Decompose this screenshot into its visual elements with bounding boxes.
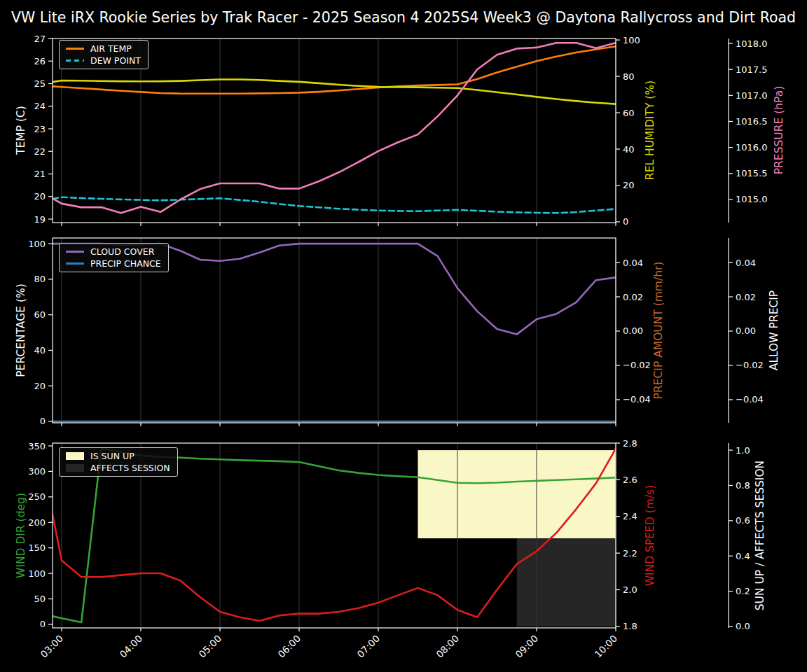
tick-label: 0.00 (736, 326, 756, 336)
tick-label: 40 (623, 144, 635, 155)
legend-label: AIR TEMP (90, 44, 132, 53)
tick-label: 0.6 (736, 515, 750, 526)
tick-label: 0 (40, 619, 46, 629)
x-tick-label: 08:00 (434, 633, 461, 660)
tick-label: 40 (34, 345, 46, 356)
tick-label: 27 (34, 34, 46, 44)
tick-label: 20 (34, 381, 46, 391)
legend-temp-plot: AIR TEMP DEW POINT (59, 40, 149, 69)
tick-label: 1015.0 (736, 194, 768, 204)
x-tick-label: 03:00 (38, 633, 65, 660)
tick-label: 22 (34, 146, 46, 157)
tick-label: 1017.0 (736, 90, 768, 101)
x-tick-label: 04:00 (117, 633, 144, 660)
tick-label: 2.8 (623, 438, 637, 449)
legend-item-dew-point: DEW POINT (66, 56, 141, 65)
tick-label: 0.04 (623, 258, 643, 268)
x-tick-label: 07:00 (354, 633, 382, 660)
tick-label: 80 (34, 274, 46, 284)
tick-label: 23 (34, 124, 46, 134)
x-tick-label: 10:00 (592, 633, 619, 660)
tick-label: −0.02 (623, 360, 651, 370)
tick-label: 2.6 (623, 475, 637, 485)
tick-label: 60 (623, 108, 635, 118)
tick-label: 350 (28, 441, 46, 451)
tick-label: 0.04 (736, 258, 756, 268)
tick-label: 20 (34, 191, 46, 202)
figure-title: VW Lite iRX Rookie Series by Trak Racer … (11, 9, 796, 26)
tick-label: 2.2 (623, 548, 637, 559)
tick-label: 1017.5 (736, 64, 768, 75)
legend-cloud-plot: CLOUD COVER PRECIP CHANCE (59, 243, 169, 272)
band-is-sun-up (418, 450, 616, 538)
legend-item-is-sun-up: IS SUN UP (66, 451, 170, 461)
tick-label: 0.4 (736, 551, 750, 561)
legend-label: IS SUN UP (90, 451, 134, 461)
x-tick-label: 06:00 (275, 633, 303, 660)
legend-label: DEW POINT (90, 56, 141, 65)
cloud-cover-line-swatch (66, 251, 84, 253)
tick-label: 25 (34, 78, 46, 89)
legend-label: CLOUD COVER (90, 247, 154, 256)
tick-label: 20 (623, 180, 635, 190)
tick-label: 26 (34, 56, 46, 66)
tick-label: 100 (28, 568, 46, 579)
affects-session-patch-swatch (66, 464, 84, 472)
tick-label: 0.02 (623, 292, 643, 302)
tick-label: 300 (28, 466, 46, 477)
tick-label: 1.0 (736, 445, 750, 456)
x-tick-label: 05:00 (196, 633, 223, 660)
tick-label: 1015.5 (736, 168, 768, 178)
precip-chance-line-swatch (66, 262, 84, 265)
tick-label: 2.4 (623, 511, 637, 522)
legend-item-precip-chance: PRECIP CHANCE (66, 259, 161, 268)
weather-forecast-figure: VW Lite iRX Rookie Series by Trak Racer … (0, 0, 807, 672)
x-tick-label: 09:00 (513, 633, 540, 660)
tick-label: 0.0 (736, 621, 750, 631)
sun-up-patch-swatch (66, 452, 84, 460)
tick-label: 50 (34, 594, 46, 604)
tick-label: 0.00 (623, 326, 643, 336)
legend-item-air-temp: AIR TEMP (66, 44, 141, 53)
tick-label: −0.04 (623, 394, 651, 405)
tick-label: 2.0 (623, 584, 637, 595)
legend-wind-plot: IS SUN UP AFFECTS SESSION (59, 447, 178, 477)
legend-label: AFFECTS SESSION (90, 463, 170, 472)
tick-label: 1.8 (623, 621, 637, 631)
air-temp-line-swatch (66, 48, 84, 50)
tick-label: 0.2 (736, 586, 750, 596)
legend-item-affects-session: AFFECTS SESSION (66, 463, 170, 472)
tick-label: 100 (623, 35, 640, 46)
tick-label: 1018.0 (736, 38, 768, 48)
tick-label: 21 (34, 169, 46, 179)
legend-label: PRECIP CHANCE (90, 259, 161, 268)
dew-point-line-swatch (66, 59, 84, 62)
tick-label: −0.02 (736, 360, 764, 370)
tick-label: 19 (34, 214, 46, 225)
legend-item-cloud-cover: CLOUD COVER (66, 247, 161, 256)
series-dew-point (53, 197, 616, 214)
tick-label: 1016.0 (736, 142, 768, 153)
tick-label: 80 (623, 71, 635, 82)
tick-label: 60 (34, 309, 46, 320)
tick-label: 0.02 (736, 292, 756, 302)
tick-label: 200 (28, 517, 46, 528)
tick-label: 150 (28, 542, 46, 553)
tick-label: 250 (28, 491, 46, 502)
band-affects-session (517, 538, 616, 626)
tick-label: 0 (40, 416, 46, 426)
tick-label: 0.8 (736, 480, 750, 491)
tick-label: 24 (34, 101, 46, 111)
tick-label: −0.04 (736, 394, 764, 405)
tick-label: 100 (28, 239, 46, 249)
tick-label: 1016.5 (736, 116, 768, 127)
